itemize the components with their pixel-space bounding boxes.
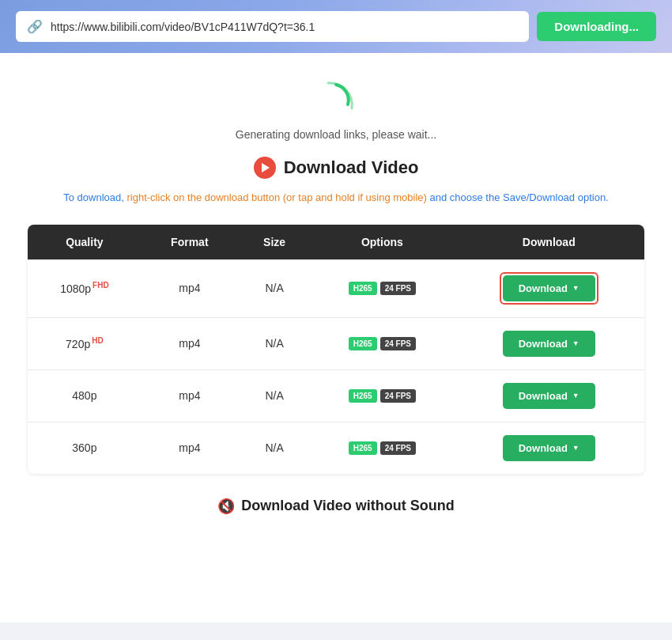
- size-cell: N/A: [238, 422, 311, 474]
- play-icon: [254, 157, 276, 179]
- format-cell: mp4: [142, 369, 238, 422]
- download-button[interactable]: Download ▼: [503, 383, 595, 409]
- format-cell: mp4: [142, 422, 238, 474]
- chevron-down-icon: ▼: [572, 284, 580, 292]
- quality-cell: 480p: [28, 369, 142, 422]
- size-cell: N/A: [238, 317, 311, 369]
- downloading-button[interactable]: Downloading...: [537, 12, 656, 41]
- codec-badge: H265: [349, 282, 377, 295]
- table-header: Quality Format Size Options Download: [28, 225, 644, 259]
- info-text: To download, right-click on the download…: [16, 190, 656, 206]
- quality-cell: 1080pFHD: [28, 259, 142, 318]
- download-cell: Download ▼: [454, 369, 644, 422]
- size-cell: N/A: [238, 369, 311, 422]
- main-content: Generating download links, please wait..…: [0, 53, 672, 623]
- spinner-area: Generating download links, please wait..…: [16, 77, 656, 141]
- chevron-down-icon: ▼: [572, 444, 580, 452]
- top-bar: 🔗 https://www.bilibili.com/video/BV1cP41…: [0, 0, 672, 53]
- options-cell: H26524 FPS: [311, 259, 453, 318]
- codec-badge: H265: [349, 441, 377, 455]
- chevron-down-icon: ▼: [572, 392, 580, 400]
- quality-badge: HD: [92, 336, 103, 345]
- table-row: 720pHDmp4N/AH26524 FPSDownload ▼: [28, 317, 644, 369]
- options-cell: H26524 FPS: [311, 422, 453, 474]
- fps-badge: 24 FPS: [380, 337, 416, 350]
- col-download: Download: [454, 225, 644, 259]
- download-cell: Download ▼: [454, 317, 644, 369]
- table-row: 360pmp4N/AH26524 FPSDownload ▼: [28, 422, 644, 474]
- no-sound-title: Download Video without Sound: [241, 498, 455, 514]
- url-box: 🔗 https://www.bilibili.com/video/BV1cP41…: [16, 11, 529, 42]
- table-row: 1080pFHDmp4N/AH26524 FPSDownload ▼: [28, 259, 644, 318]
- col-size: Size: [238, 225, 311, 259]
- fps-badge: 24 FPS: [380, 441, 416, 455]
- download-cell: Download ▼: [454, 422, 644, 474]
- download-button[interactable]: Download ▼: [503, 331, 595, 357]
- info-text-highlight: right-click on the download button (or t…: [127, 191, 427, 203]
- spinner-text: Generating download links, please wait..…: [236, 128, 436, 141]
- size-cell: N/A: [238, 259, 311, 318]
- download-button-highlighted: Download ▼: [500, 272, 598, 305]
- download-cell: Download ▼: [454, 259, 644, 318]
- col-format: Format: [142, 225, 238, 259]
- codec-badge: H265: [349, 389, 377, 403]
- quality-cell: 720pHD: [28, 317, 142, 369]
- quality-badge: FHD: [92, 281, 109, 290]
- link-icon: 🔗: [27, 19, 43, 34]
- fps-badge: 24 FPS: [380, 389, 416, 403]
- no-sound-section: 🔇 Download Video without Sound: [16, 498, 656, 515]
- col-quality: Quality: [28, 225, 142, 259]
- table-row: 480pmp4N/AH26524 FPSDownload ▼: [28, 369, 644, 422]
- codec-badge: H265: [349, 337, 377, 350]
- table-body: 1080pFHDmp4N/AH26524 FPSDownload ▼720pHD…: [28, 259, 644, 474]
- download-button[interactable]: Download ▼: [503, 435, 595, 461]
- options-cell: H26524 FPS: [311, 317, 453, 369]
- loading-spinner: [316, 77, 356, 116]
- url-display: https://www.bilibili.com/video/BV1cP411W…: [51, 21, 518, 33]
- download-button[interactable]: Download ▼: [503, 275, 595, 301]
- fps-badge: 24 FPS: [380, 282, 416, 295]
- format-cell: mp4: [142, 317, 238, 369]
- format-cell: mp4: [142, 259, 238, 318]
- download-table: Quality Format Size Options Download 108…: [28, 225, 644, 474]
- download-video-title: Download Video: [284, 157, 419, 178]
- download-title-row: Download Video: [16, 157, 656, 179]
- options-cell: H26524 FPS: [311, 369, 453, 422]
- col-options: Options: [311, 225, 453, 259]
- speaker-muted-icon: 🔇: [217, 498, 235, 515]
- quality-cell: 360p: [28, 422, 142, 474]
- chevron-down-icon: ▼: [572, 339, 580, 347]
